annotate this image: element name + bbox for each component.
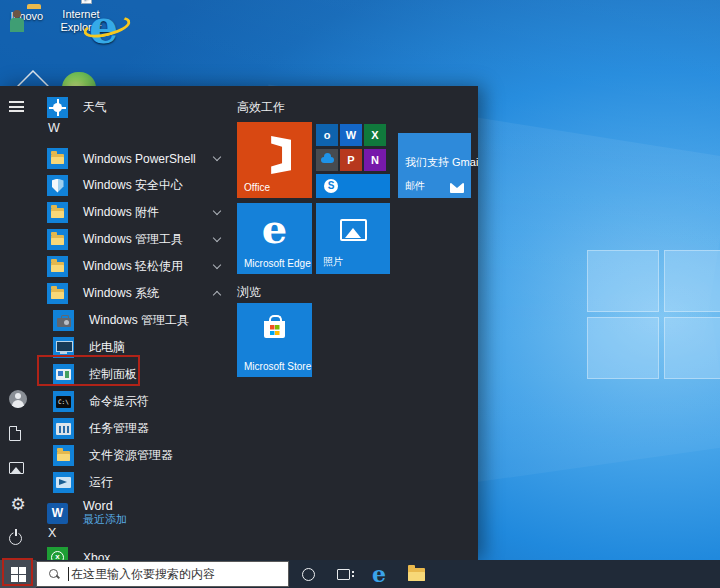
app-item-xbox[interactable]: x Xbox — [40, 544, 232, 560]
onedrive-icon — [321, 157, 334, 163]
mail-envelope-icon — [450, 183, 464, 193]
store-icon — [264, 321, 285, 338]
settings-icon[interactable]: ⚙ — [9, 496, 27, 514]
recently-added-label: 最近添加 — [83, 513, 127, 526]
windows-logo-pane — [587, 317, 659, 379]
taskbar: 在这里输入你要搜索的内容 e — [0, 560, 720, 588]
app-item-word[interactable]: W Word 最近添加 — [40, 496, 232, 530]
tile-excel[interactable]: X — [364, 124, 386, 146]
file-explorer-taskbar-button[interactable] — [401, 560, 431, 588]
tile-microsoft-edge[interactable]: e Microsoft Edge — [237, 203, 312, 274]
tile-microsoft-store[interactable]: Microsoft Store — [237, 303, 312, 377]
small-tile-group: o W X P N S — [316, 122, 390, 198]
app-item-windows-powershell[interactable]: Windows PowerShell — [40, 145, 232, 172]
shield-icon — [52, 179, 64, 193]
tile-onedrive[interactable] — [316, 149, 338, 171]
text-caret — [68, 567, 69, 581]
section-header-w[interactable]: W — [48, 121, 60, 135]
pictures-icon[interactable] — [9, 462, 24, 474]
app-subitem-file-explorer[interactable]: 文件资源管理器 — [40, 442, 232, 469]
tile-group-header[interactable]: 浏览 — [237, 284, 261, 301]
folder-icon — [51, 289, 64, 299]
skype-icon: S — [324, 179, 338, 193]
desktop-icon-internet-explorer[interactable]: e ↗ Internet Explorer — [52, 6, 110, 34]
app-item-label: Word — [83, 500, 127, 513]
chevron-down-icon[interactable] — [213, 261, 221, 269]
app-subitem-command-prompt[interactable]: C:\ 命令提示符 — [40, 388, 232, 415]
section-header-x[interactable]: X — [48, 526, 56, 540]
desktop-icon-lenovo[interactable]: lenovo — [4, 8, 50, 23]
file-explorer-icon — [408, 568, 425, 581]
folder-icon — [51, 262, 64, 272]
chevron-down-icon[interactable] — [213, 153, 221, 161]
tile-outlook[interactable]: o — [316, 124, 338, 146]
command-prompt-icon: C:\ — [56, 396, 71, 408]
edge-icon: e — [237, 205, 312, 252]
tile-skype[interactable]: S — [316, 174, 390, 198]
annotation-box-control-panel — [37, 355, 140, 386]
photos-icon — [340, 219, 367, 241]
start-menu-rail: ⚙ — [0, 86, 36, 560]
task-view-button[interactable] — [328, 560, 358, 588]
tile-office[interactable]: Office — [237, 122, 312, 198]
app-subitem-task-manager[interactable]: 任务管理器 — [40, 415, 232, 442]
folder-icon — [51, 235, 64, 245]
windows-logo-pane — [587, 250, 659, 312]
tile-photos[interactable]: 照片 — [316, 203, 390, 274]
documents-icon[interactable] — [9, 426, 21, 441]
menu-icon[interactable] — [9, 101, 24, 112]
file-explorer-icon — [57, 451, 70, 461]
run-icon — [56, 477, 71, 488]
power-icon[interactable] — [9, 532, 22, 545]
app-subitem-run[interactable]: 运行 — [40, 469, 232, 496]
tile-mail[interactable]: 我们支持 Gmail 邮件 — [398, 133, 471, 198]
windows-logo-pane — [664, 250, 720, 312]
tile-group-header[interactable]: 高效工作 — [237, 99, 285, 116]
windows-logo-pane — [664, 317, 720, 379]
edge-taskbar-button[interactable]: e — [364, 560, 394, 588]
xbox-icon: x — [51, 551, 64, 560]
windows-desktop: lenovo e ↗ Internet Explorer ⚙ 天气 — [0, 0, 720, 588]
tile-onenote[interactable]: N — [364, 149, 386, 171]
app-list: 天气 W Windows PowerShell Windows 安全中心 Win… — [40, 86, 232, 560]
tile-powerpoint[interactable]: P — [340, 149, 362, 171]
office-icon — [259, 136, 291, 174]
edge-icon: e — [372, 563, 386, 585]
app-item-windows-security[interactable]: Windows 安全中心 — [40, 172, 232, 199]
weather-icon — [53, 103, 62, 112]
user-avatar[interactable] — [9, 390, 27, 408]
app-item-weather[interactable]: 天气 — [40, 94, 232, 121]
annotation-box-start-button — [2, 558, 33, 586]
app-subitem-admin-tools[interactable]: Windows 管理工具 — [40, 307, 232, 334]
app-item-windows-system[interactable]: Windows 系统 — [40, 280, 232, 307]
chevron-up-icon[interactable] — [213, 291, 221, 299]
tile-word[interactable]: W — [340, 124, 362, 146]
start-menu: ⚙ 天气 W Windows PowerShell Windows 安全中心 W — [0, 86, 478, 560]
task-manager-icon — [56, 423, 71, 435]
folder-icon — [51, 208, 64, 218]
shortcut-arrow-icon: ↗ — [81, 0, 92, 4]
this-pc-icon — [56, 341, 71, 354]
chevron-down-icon[interactable] — [213, 234, 221, 242]
cortana-icon — [302, 568, 315, 581]
cortana-button[interactable] — [293, 560, 323, 588]
app-item-windows-accessories[interactable]: Windows 附件 — [40, 199, 232, 226]
admin-tools-icon — [57, 318, 71, 327]
person-glyph — [10, 10, 24, 32]
word-icon: W — [47, 503, 68, 524]
task-view-icon — [337, 569, 350, 580]
app-item-windows-ease-of-access[interactable]: Windows 轻松使用 — [40, 253, 232, 280]
search-icon — [49, 569, 59, 579]
chevron-down-icon[interactable] — [213, 207, 221, 215]
folder-icon — [51, 154, 64, 164]
search-placeholder: 在这里输入你要搜索的内容 — [71, 566, 215, 583]
search-input[interactable]: 在这里输入你要搜索的内容 — [36, 561, 289, 587]
app-item-windows-admin-tools-group[interactable]: Windows 管理工具 — [40, 226, 232, 253]
